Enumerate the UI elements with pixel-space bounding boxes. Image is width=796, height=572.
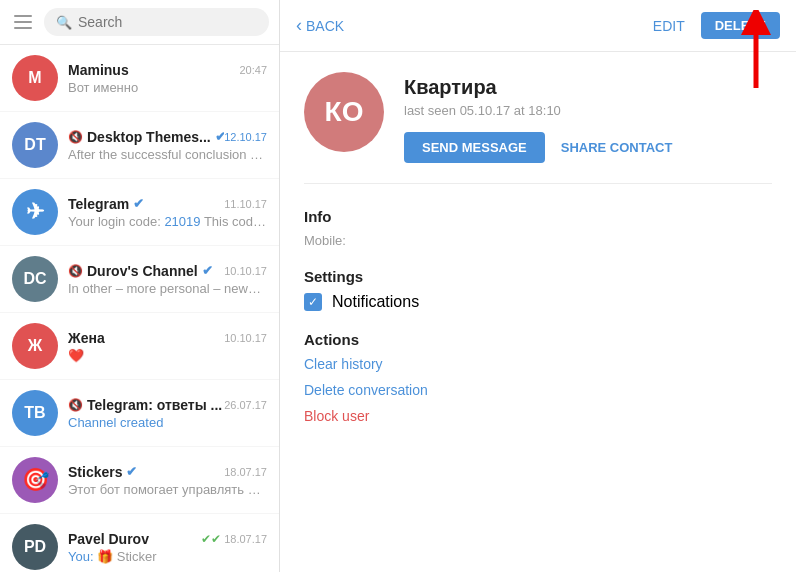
chat-name: Maminus xyxy=(68,62,129,78)
avatar: ТВ xyxy=(12,390,58,436)
verified-icon: ✔ xyxy=(215,129,224,144)
info-mobile-row: Mobile: xyxy=(304,233,772,248)
notifications-label: Notifications xyxy=(332,293,419,311)
chat-item-durovs-channel[interactable]: DC 🔇 Durov's Channel ✔ 10.10.17 In other… xyxy=(0,246,279,313)
verified-icon: ✔ xyxy=(133,196,144,211)
chat-item-pavel-durov[interactable]: PD Pavel Durov ✔✔ 18.07.17 You: 🎁 Sticke… xyxy=(0,514,279,572)
chat-time: 18.07.17 xyxy=(224,466,267,478)
chat-name: Жена xyxy=(68,330,105,346)
avatar: ✈ xyxy=(12,189,58,235)
chat-info: Stickers ✔ 18.07.17 Этот бот помогает уп… xyxy=(68,464,267,497)
chat-info: 🔇 Desktop Themes... ✔ 12.10.17 After the… xyxy=(68,129,267,162)
chat-name: Telegram ✔ xyxy=(68,196,144,212)
avatar: DT xyxy=(12,122,58,168)
chat-list: M Maminus 20:47 Вот именно DT 🔇 Desktop … xyxy=(0,45,279,572)
clear-history-link[interactable]: Clear history xyxy=(304,356,772,372)
chat-info: Жена 10.10.17 ❤️ xyxy=(68,330,267,363)
avatar: Ж xyxy=(12,323,58,369)
chat-item-maminus[interactable]: M Maminus 20:47 Вот именно xyxy=(0,45,279,112)
hamburger-menu[interactable] xyxy=(10,11,36,33)
chat-preview: Этот бот помогает управлять ст... xyxy=(68,482,267,497)
search-input[interactable] xyxy=(78,14,257,30)
sidebar: 🔍 M Maminus 20:47 Вот именно DT 🔇 xyxy=(0,0,280,572)
chat-info: 🔇 Telegram: ответы ... 26.07.17 Channel … xyxy=(68,397,267,430)
chat-name: 🔇 Telegram: ответы ... xyxy=(68,397,222,413)
chat-time: 20:47 xyxy=(239,64,267,76)
header-actions: EDIT DELETE xyxy=(653,12,780,39)
chat-name: Stickers ✔ xyxy=(68,464,137,480)
chat-preview: Channel created xyxy=(68,415,267,430)
back-button[interactable]: ‹ BACK xyxy=(296,15,344,36)
actions-section: Actions Clear history Delete conversatio… xyxy=(304,331,772,424)
block-user-link[interactable]: Block user xyxy=(304,408,772,424)
profile-info: Квартира last seen 05.10.17 at 18:10 SEN… xyxy=(404,72,676,163)
delete-button[interactable]: DELETE xyxy=(701,12,780,39)
chat-time: ✔✔ 18.07.17 xyxy=(201,532,267,546)
chat-preview: Вот именно xyxy=(68,80,267,95)
mute-icon: 🔇 xyxy=(68,130,83,144)
search-icon: 🔍 xyxy=(56,15,72,30)
send-message-button[interactable]: SEND MESSAGE xyxy=(404,132,545,163)
profile-avatar: КО xyxy=(304,72,384,152)
chat-preview: Your login code: 21019 This code ... xyxy=(68,214,267,229)
double-check-icon: ✔✔ xyxy=(201,532,221,546)
actions-title: Actions xyxy=(304,331,772,348)
chat-preview: You: 🎁 Sticker xyxy=(68,549,267,564)
chat-preview: ❤️ xyxy=(68,348,267,363)
chat-name: Pavel Durov xyxy=(68,531,149,547)
share-contact-button[interactable]: SHARE CONTACT xyxy=(557,132,677,163)
chat-info: Maminus 20:47 Вот именно xyxy=(68,62,267,95)
detail-panel: ‹ BACK EDIT DELETE КО Квартира last seen… xyxy=(280,0,796,572)
chat-preview: After the successful conclusion of... xyxy=(68,147,267,162)
info-section: Info Mobile: xyxy=(304,208,772,248)
settings-title: Settings xyxy=(304,268,772,285)
avatar: DC xyxy=(12,256,58,302)
avatar: 🎯 xyxy=(12,457,58,503)
chat-time: 11.10.17 xyxy=(224,198,267,210)
mute-icon: 🔇 xyxy=(68,398,83,412)
profile-last-seen: last seen 05.10.17 at 18:10 xyxy=(404,103,676,118)
edit-button[interactable]: EDIT xyxy=(653,18,685,34)
chat-info: Telegram ✔ 11.10.17 Your login code: 210… xyxy=(68,196,267,229)
profile-section: КО Квартира last seen 05.10.17 at 18:10 … xyxy=(304,72,772,184)
chat-info: Pavel Durov ✔✔ 18.07.17 You: 🎁 Sticker xyxy=(68,531,267,564)
delete-conversation-link[interactable]: Delete conversation xyxy=(304,382,772,398)
chat-item-telegram-otvety[interactable]: ТВ 🔇 Telegram: ответы ... 26.07.17 Chann… xyxy=(0,380,279,447)
avatar: M xyxy=(12,55,58,101)
notifications-checkbox[interactable]: ✓ xyxy=(304,293,322,311)
chat-name: 🔇 Desktop Themes... ✔ xyxy=(68,129,224,145)
search-wrapper: 🔍 xyxy=(44,8,269,36)
chat-item-desktop-themes[interactable]: DT 🔇 Desktop Themes... ✔ 12.10.17 After … xyxy=(0,112,279,179)
chat-time: 12.10.17 xyxy=(224,131,267,143)
mute-icon: 🔇 xyxy=(68,264,83,278)
info-title: Info xyxy=(304,208,772,225)
sidebar-header: 🔍 xyxy=(0,0,279,45)
chat-item-telegram[interactable]: ✈ Telegram ✔ 11.10.17 Your login code: 2… xyxy=(0,179,279,246)
chat-item-stickers[interactable]: 🎯 Stickers ✔ 18.07.17 Этот бот помогает … xyxy=(0,447,279,514)
chat-item-zhena[interactable]: Ж Жена 10.10.17 ❤️ xyxy=(0,313,279,380)
chat-preview: In other – more personal – news, ... xyxy=(68,281,267,296)
back-arrow-icon: ‹ xyxy=(296,15,302,36)
detail-header: ‹ BACK EDIT DELETE xyxy=(280,0,796,52)
profile-actions: SEND MESSAGE SHARE CONTACT xyxy=(404,132,676,163)
chat-info: 🔇 Durov's Channel ✔ 10.10.17 In other – … xyxy=(68,263,267,296)
chat-time: 10.10.17 xyxy=(224,265,267,277)
detail-content: КО Квартира last seen 05.10.17 at 18:10 … xyxy=(280,52,796,572)
settings-section: Settings ✓ Notifications xyxy=(304,268,772,311)
mobile-label: Mobile: xyxy=(304,233,346,248)
chat-time: 10.10.17 xyxy=(224,332,267,344)
chat-time: 26.07.17 xyxy=(224,399,267,411)
notifications-row: ✓ Notifications xyxy=(304,293,772,311)
chat-name: 🔇 Durov's Channel ✔ xyxy=(68,263,213,279)
verified-icon: ✔ xyxy=(202,263,213,278)
back-label: BACK xyxy=(306,18,344,34)
profile-name: Квартира xyxy=(404,76,676,99)
avatar: PD xyxy=(12,524,58,570)
verified-icon: ✔ xyxy=(126,464,137,479)
